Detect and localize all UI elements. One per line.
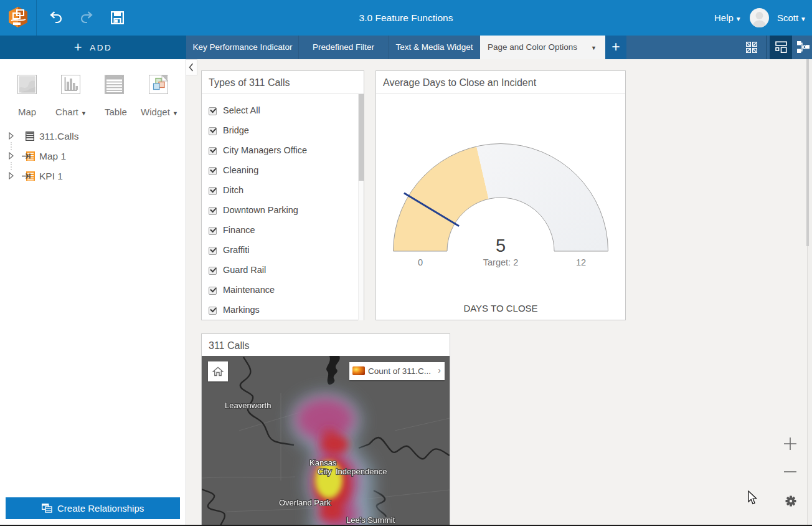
svg-text:Target: 2: Target: 2 [483,257,518,267]
svg-text:12: 12 [576,257,586,267]
svg-text:Kansas: Kansas [309,458,337,467]
svg-text:Lee's Summit: Lee's Summit [346,515,395,525]
svg-text:City: City [318,467,332,476]
svg-text:0: 0 [418,257,423,267]
svg-text:5: 5 [496,236,506,256]
svg-text:Overland Park: Overland Park [279,498,331,507]
svg-text:Independence: Independence [336,467,387,476]
svg-text:Leavenworth: Leavenworth [225,401,271,410]
